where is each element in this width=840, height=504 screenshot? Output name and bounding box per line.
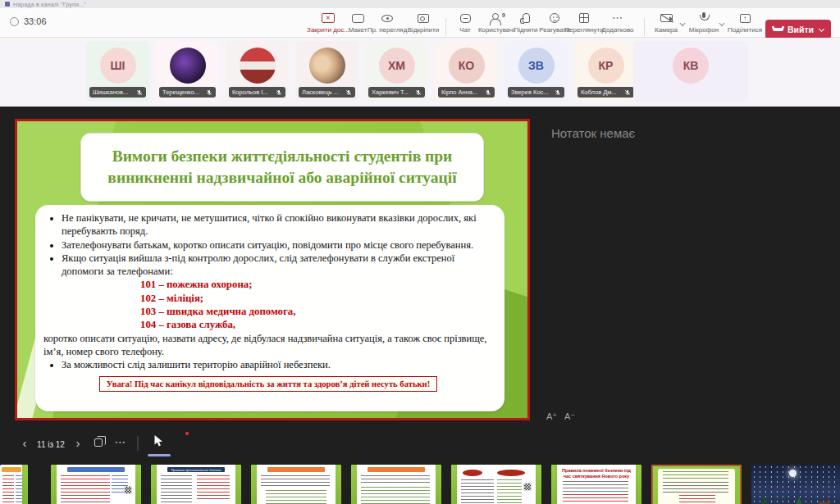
thumb-decoration bbox=[451, 465, 457, 504]
avatar: ХМ bbox=[379, 48, 415, 84]
participant-name: Зверев Кос... bbox=[511, 89, 549, 96]
slide-thumbnail[interactable] bbox=[451, 465, 541, 504]
avatar bbox=[309, 48, 345, 84]
teams-app-icon bbox=[5, 2, 10, 7]
participant-name: Ласковець ... bbox=[302, 89, 339, 96]
participant-tile[interactable]: ЗВ Зверев Кос... bbox=[504, 41, 568, 102]
participant-name: Кірпо Анна... bbox=[441, 89, 477, 96]
meeting-window: Нарада в каналі "Групи..." 33:06 ✕ Закри… bbox=[0, 0, 840, 504]
meeting-toolbar: 33:06 ✕ Закрити дос... Макет Пр. перегля… bbox=[0, 8, 840, 38]
selected-tool-indicator bbox=[148, 454, 171, 456]
slide-position-counter: 11 із 12 bbox=[37, 440, 65, 449]
timer-value: 33:06 bbox=[24, 16, 47, 26]
thumb-header bbox=[368, 467, 425, 472]
thumb-decoration bbox=[336, 465, 341, 504]
text-lines bbox=[563, 494, 628, 504]
slide-thumbnail[interactable] bbox=[51, 465, 141, 504]
text-lines bbox=[663, 482, 728, 493]
text-lines bbox=[361, 487, 430, 504]
participant-name: Харкевич Т... bbox=[372, 89, 409, 96]
more-tools-button[interactable]: ⋯ bbox=[115, 435, 127, 448]
mic-muted-icon bbox=[206, 89, 212, 96]
share-button[interactable]: ↑ Поділитися bbox=[720, 12, 769, 34]
leave-button[interactable]: Вийти bbox=[765, 20, 831, 39]
participant-name: Шишканов... bbox=[93, 89, 128, 96]
mic-muted-icon bbox=[485, 89, 491, 96]
thumb-content-box bbox=[658, 469, 735, 504]
slide-filmstrip: Правила протипожежної безпеки bbox=[0, 465, 840, 504]
hand-icon bbox=[523, 13, 530, 23]
slide-content-box: Не панікувати, не кричати, не метушитися… bbox=[35, 205, 504, 411]
more-options-button[interactable]: ⋯ Додатково bbox=[593, 12, 642, 34]
mic-muted-icon bbox=[345, 89, 352, 96]
mic-muted-icon bbox=[624, 89, 631, 96]
next-slide-button[interactable]: › bbox=[76, 438, 80, 449]
font-increase-button[interactable]: А⁺ bbox=[546, 411, 557, 422]
font-decrease-button[interactable]: А⁻ bbox=[564, 411, 575, 422]
participant-tile[interactable]: ХМ Харкевич Т... bbox=[365, 41, 428, 102]
previous-slide-button[interactable]: ‹ bbox=[23, 438, 27, 449]
avatar bbox=[240, 48, 276, 84]
thumb-decoration bbox=[536, 465, 541, 504]
slide-bullet: Не панікувати, не кричати, не метушитися… bbox=[62, 211, 493, 238]
text-lines bbox=[261, 475, 330, 488]
slide-thumbnail[interactable]: Правила пожежної безпеки під час святкув… bbox=[551, 465, 641, 504]
slide-thumbnail[interactable]: Правила протипожежної безпеки bbox=[151, 465, 241, 504]
thumb-header bbox=[2, 467, 21, 472]
phone-line: 104 – газова служба, bbox=[140, 318, 493, 331]
tree-shape bbox=[794, 493, 804, 504]
slide-thumbnail[interactable] bbox=[751, 465, 840, 504]
participant-tile[interactable]: Корольов І... bbox=[226, 41, 289, 102]
thumb-decoration bbox=[151, 465, 157, 504]
participant-tile[interactable]: Ласковець ... bbox=[295, 41, 358, 102]
slide-thumbnail[interactable] bbox=[0, 465, 28, 504]
tree-shape bbox=[760, 493, 769, 504]
thumb-decoration bbox=[51, 465, 57, 504]
avatar: ЗВ bbox=[518, 48, 555, 84]
thumb-header bbox=[67, 467, 125, 472]
thumb-shape bbox=[463, 470, 482, 476]
thumb-title: Правила протипожежної безпеки bbox=[167, 468, 225, 472]
eye-icon bbox=[381, 15, 393, 22]
participant-tile-self[interactable]: КВ bbox=[633, 41, 748, 102]
participant-tile[interactable]: ШІ Шишканов... bbox=[86, 41, 149, 102]
participant-name: Корольов І... bbox=[232, 89, 268, 96]
picture-icon bbox=[418, 14, 429, 23]
slide-thumbnail-current[interactable] bbox=[651, 465, 742, 504]
text-lines bbox=[266, 490, 326, 504]
cursor-icon bbox=[153, 434, 164, 447]
camera-off-icon bbox=[660, 14, 673, 22]
text-lines bbox=[663, 471, 728, 479]
thumb-decoration bbox=[235, 465, 241, 504]
cursor-tool-button[interactable] bbox=[153, 434, 164, 451]
text-lines bbox=[563, 481, 628, 493]
thumb-decoration bbox=[22, 465, 28, 504]
thumb-decoration bbox=[351, 465, 357, 504]
slide-title-box: Вимоги безпеки життєдіяльності студентів… bbox=[80, 133, 484, 202]
slide-grid-button[interactable] bbox=[94, 438, 103, 447]
phone-line: 102 – міліція; bbox=[140, 292, 493, 305]
participant-tile[interactable]: Терещенко... bbox=[156, 41, 219, 102]
slide-bullet: За можливості слід залишити територію ав… bbox=[62, 358, 493, 371]
thumb-header: Правила протипожежної безпеки bbox=[167, 467, 225, 472]
current-slide: Вимоги безпеки життєдіяльності студентів… bbox=[15, 119, 530, 420]
text-lines bbox=[61, 475, 110, 504]
microphone-icon bbox=[699, 12, 709, 24]
participant-tile[interactable]: КО Кірпо Анна... bbox=[435, 41, 498, 102]
mic-muted-icon bbox=[276, 89, 282, 96]
mic-muted-icon bbox=[555, 89, 561, 96]
thumb-header bbox=[267, 467, 325, 472]
avatar bbox=[170, 48, 206, 84]
avatar: КВ bbox=[673, 48, 709, 84]
participant-tile[interactable]: КР Коблов Дм... bbox=[574, 41, 637, 102]
text-lines bbox=[361, 475, 430, 485]
phone-line: 103 – швидка медична допомога, bbox=[140, 305, 493, 318]
slide-thumbnail[interactable] bbox=[351, 465, 441, 504]
notes-empty-label: Нотаток немає bbox=[551, 126, 635, 140]
slide-bullet: Зателефонувати батькам, коротко описати … bbox=[62, 238, 493, 252]
slide-thumbnail[interactable] bbox=[251, 465, 341, 504]
record-indicator-icon bbox=[10, 17, 19, 26]
participants-strip: ШІ Шишканов... Терещенко... Корольов І..… bbox=[0, 38, 840, 107]
participant-name: Терещенко... bbox=[162, 89, 199, 96]
thumb-decoration bbox=[251, 465, 257, 504]
